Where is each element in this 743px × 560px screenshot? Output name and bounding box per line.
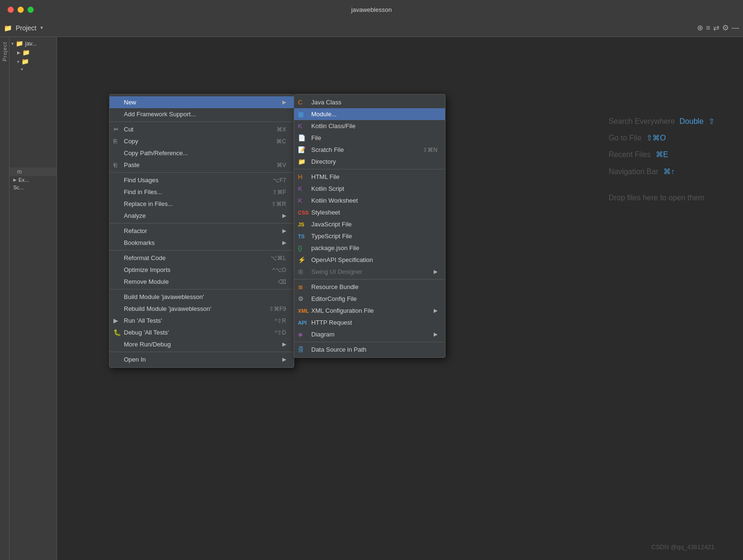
menu-item-find-usages[interactable]: Find Usages ⌥F7: [110, 174, 294, 186]
kotlin-class-label: Kotlin Class/File: [311, 122, 355, 130]
submenu-stylesheet[interactable]: CSS Stylesheet: [294, 206, 445, 218]
menu-item-paste[interactable]: ⎗ Paste ⌘V: [110, 159, 294, 171]
menu-item-rebuild-module[interactable]: Rebuild Module 'javaweblesson' ⇧⌘F9: [110, 303, 294, 315]
menu-item-find-files[interactable]: Find in Files... ⇧⌘F: [110, 186, 294, 198]
submenu-datasource[interactable]: 🗄 Data Source in Path: [294, 344, 445, 355]
submenu-editorconfig[interactable]: ⚙ EditorConfig File: [294, 293, 445, 305]
separator-5: [110, 289, 294, 289]
submenu-java-class[interactable]: C Java Class: [294, 96, 445, 108]
submenu-html[interactable]: H HTML File: [294, 171, 445, 183]
submenu-kotlin-script[interactable]: K Kotlin Script: [294, 183, 445, 195]
menu-item-bookmarks[interactable]: Bookmarks ▶: [110, 237, 294, 249]
pkg-label: package.json File: [311, 244, 359, 252]
analyze-label: Analyze: [124, 212, 146, 219]
xml-label: XML Configuration File: [311, 307, 374, 314]
scratch-label: Scratch File: [311, 146, 344, 153]
submenu-file[interactable]: 📄 File: [294, 132, 445, 144]
tree-item-3[interactable]: ▾: [9, 66, 56, 73]
submenu-openapi[interactable]: ⚡ OpenAPI Specification: [294, 254, 445, 266]
tree-item-2[interactable]: ▾ 📁: [9, 57, 56, 66]
debug-tests-shortcut: ^⇧D: [260, 329, 286, 336]
tree-spacer: [9, 73, 56, 168]
submenu-http-request[interactable]: API HTTP Request: [294, 317, 445, 328]
replace-files-label: Replace in Files...: [124, 200, 173, 207]
kotlin-worksheet-icon: K: [298, 197, 302, 204]
submenu-resource-bundle[interactable]: ≣ Resource Bundle: [294, 281, 445, 293]
tree-m-label: m: [17, 168, 22, 175]
submenu-diagram[interactable]: ◈ Diagram ▶: [294, 328, 445, 340]
submenu-sep-3: [294, 342, 445, 342]
cut-label: Cut: [124, 126, 133, 133]
list-icon[interactable]: ≡: [706, 24, 710, 32]
file-icon: 📄: [298, 134, 306, 141]
submenu-module[interactable]: ▦ Module...: [294, 108, 445, 120]
module-icon: ▦: [298, 111, 304, 118]
minimize-button[interactable]: [18, 7, 24, 13]
menu-item-optimize-imports[interactable]: Optimize Imports ^⌥O: [110, 264, 294, 276]
menu-item-add-framework[interactable]: Add Framework Support...: [110, 108, 294, 120]
submenu-js[interactable]: JS JavaScript File: [294, 218, 445, 230]
swing-label: Swing UI Designer: [311, 268, 362, 275]
project-header: 📁 Project ▾ ⊕ ≡ ⇄ ⚙ —: [0, 19, 743, 37]
open-in-label: Open In: [124, 356, 146, 363]
maximize-button[interactable]: [28, 7, 34, 13]
remove-module-label: Remove Module: [124, 278, 169, 285]
menu-item-refactor[interactable]: Refactor ▶: [110, 225, 294, 237]
separator-1: [110, 121, 294, 122]
ts-label: TypeScript File: [311, 233, 352, 240]
menu-item-copy[interactable]: ⎘ Copy ⌘C: [110, 135, 294, 147]
toolbar-icons: ⊕ ≡ ⇄ ⚙ —: [697, 23, 739, 32]
swing-icon: ⊞: [298, 268, 303, 275]
project-label[interactable]: Project: [16, 24, 37, 32]
optimize-shortcut: ^⌥O: [258, 267, 286, 273]
menu-item-remove-module[interactable]: Remove Module ⌫: [110, 276, 294, 288]
tree-item-arrow-3: ▾: [21, 67, 23, 72]
close-button[interactable]: [8, 7, 14, 13]
settings-icon[interactable]: ⚙: [722, 23, 729, 32]
watermark: CSDN @qq_43612421: [651, 543, 715, 551]
submenu-swing-ui[interactable]: ⊞ Swing UI Designer ▶: [294, 266, 445, 278]
navbar-shortcut: ⌘↑: [663, 163, 675, 180]
submenu-directory[interactable]: 📁 Directory: [294, 156, 445, 168]
submenu-scratch-file[interactable]: 📝 Scratch File ⇧⌘N: [294, 144, 445, 156]
menu-item-analyze[interactable]: Analyze ▶: [110, 210, 294, 222]
menu-item-build-module[interactable]: Build Module 'javaweblesson': [110, 291, 294, 303]
tree-item-sc[interactable]: Sc...: [9, 184, 56, 191]
tree-item-ex[interactable]: ▶ Ex...: [9, 176, 56, 184]
menu-item-copy-path[interactable]: Copy Path/Reference...: [110, 147, 294, 159]
copy-path-label: Copy Path/Reference...: [124, 149, 188, 157]
editorconfig-icon: ⚙: [298, 295, 304, 302]
menu-item-debug-tests[interactable]: 🐛 Debug 'All Tests' ^⇧D: [110, 327, 294, 338]
submenu-kotlin-class[interactable]: K Kotlin Class/File: [294, 120, 445, 132]
reformat-label: Reformat Code: [124, 254, 166, 261]
datasource-label: Data Source in Path: [311, 346, 366, 353]
menu-item-run-tests[interactable]: ▶ Run 'All Tests' ^⇧R: [110, 315, 294, 327]
copy-shortcut: ⌘C: [262, 138, 286, 145]
globe-icon[interactable]: ⊕: [697, 23, 703, 32]
kotlin-worksheet-label: Kotlin Worksheet: [311, 197, 358, 204]
scratch-shortcut: ⇧⌘N: [413, 147, 437, 153]
submenu-kotlin-worksheet[interactable]: K Kotlin Worksheet: [294, 195, 445, 206]
separator-4: [110, 250, 294, 251]
analyze-arrow: ▶: [282, 213, 286, 219]
menus-container: New ▶ Add Framework Support... ✂ Cut ⌘X: [109, 94, 446, 368]
project-dropdown-arrow[interactable]: ▾: [40, 25, 43, 31]
tree-item-1[interactable]: ▶ 📁: [9, 48, 56, 57]
kotlin-script-icon: K: [298, 185, 302, 192]
submenu-ts[interactable]: TS TypeScript File: [294, 230, 445, 242]
tree-ex-arrow: ▶: [13, 177, 17, 182]
titlebar: javaweblesson: [0, 0, 743, 19]
submenu-package-json[interactable]: {} package.json File: [294, 242, 445, 254]
menu-item-reformat[interactable]: Reformat Code ⌥⌘L: [110, 252, 294, 264]
collapse-icon[interactable]: —: [732, 24, 739, 32]
menu-item-replace-files[interactable]: Replace in Files... ⇧⌘R: [110, 198, 294, 210]
http-icon: API: [298, 320, 306, 326]
menu-item-cut[interactable]: ✂ Cut ⌘X: [110, 123, 294, 135]
submenu-xml-config[interactable]: XML XML Configuration File ▶: [294, 305, 445, 317]
split-icon[interactable]: ⇄: [713, 23, 719, 32]
tree-item-m[interactable]: m: [9, 168, 56, 176]
menu-item-open-in[interactable]: Open In ▶: [110, 354, 294, 365]
menu-item-more-run-debug[interactable]: More Run/Debug ▶: [110, 338, 294, 350]
menu-item-new[interactable]: New ▶: [110, 96, 294, 108]
tree-root[interactable]: ▾ 📁 jav...: [9, 39, 56, 48]
